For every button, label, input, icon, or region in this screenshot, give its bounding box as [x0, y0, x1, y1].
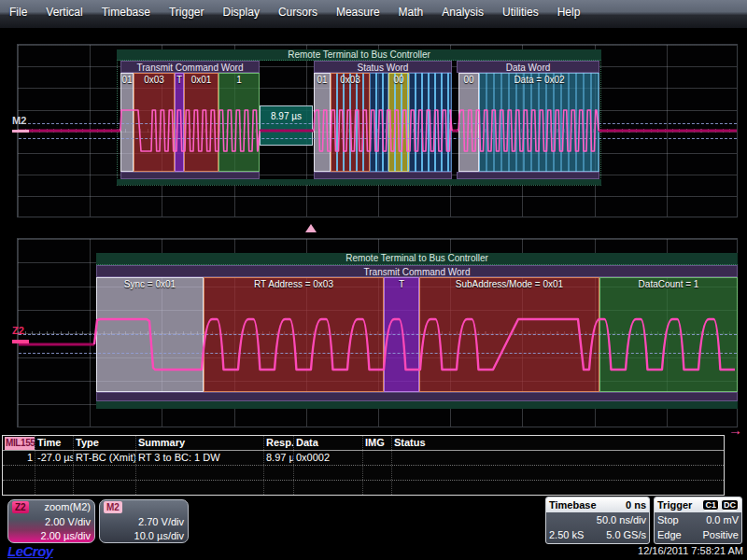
decode-subbanner-bottom: Transmit Command Word	[96, 265, 738, 277]
cell-status	[392, 451, 724, 465]
m2-vdiv: 2.70 V/div	[104, 515, 184, 529]
command-subaddress-segment: 0x01	[184, 73, 218, 172]
table-header-row: MIL1553 Time Type Summary Resp... Data I…	[3, 436, 724, 451]
z2-badge: Z2	[12, 501, 29, 513]
data-sync-segment: 00	[458, 73, 479, 172]
cell-time: -27.0 µs	[35, 451, 74, 465]
z2-channel-label: Z2	[12, 325, 24, 336]
menu-math[interactable]: Math	[399, 6, 434, 19]
status-flags-segment: 00	[388, 73, 409, 172]
command-sync-segment: 01	[120, 73, 134, 172]
decode-threshold-lower	[19, 353, 737, 354]
command-tr-segment: T	[175, 73, 184, 172]
col-time[interactable]: Time	[35, 436, 74, 450]
table-row-empty[interactable]	[3, 466, 724, 481]
command-word-band: Transmit Command Word	[120, 61, 260, 73]
timebase-offset: 0 ns	[626, 499, 646, 511]
command-word-footer	[120, 172, 260, 179]
decode-footer-band-bottom	[96, 392, 738, 401]
response-time-box: 8.97 µs	[260, 105, 313, 146]
decode-threshold-upper	[19, 334, 737, 335]
col-data[interactable]: Data	[294, 436, 363, 450]
cell-data: 0x0002	[294, 451, 363, 465]
z2-position-indicator[interactable]	[12, 340, 29, 343]
status-bits-segment-2	[409, 73, 452, 172]
datetime-display: 12/16/2011 7:58:21 AM	[638, 545, 743, 556]
cell-index: 1	[3, 451, 35, 465]
z2-descriptor-panel[interactable]: Z2 zoom(M2) 2.00 V/div 2.00 µs/div	[7, 499, 95, 543]
table-row-empty[interactable]	[3, 481, 724, 495]
trigger-mode: Stop	[657, 512, 679, 527]
m2-tdiv: 10.0 µs/div	[104, 529, 184, 543]
menu-cursors[interactable]: Cursors	[278, 6, 328, 19]
decode-banner-bottom: Remote Terminal to Bus Controller	[96, 253, 738, 265]
cell-summary: RT 3 to BC: 1 DW	[136, 451, 264, 465]
status-sync-segment: 01	[314, 73, 331, 172]
trigger-label: Trigger	[657, 499, 692, 511]
trigger-coupling-badge: DC	[721, 499, 739, 511]
trigger-source-badge: C1	[702, 499, 719, 511]
trigger-time-marker[interactable]	[305, 224, 317, 232]
m2-descriptor-panel[interactable]: M2 2.70 V/div 10.0 µs/div	[99, 499, 189, 543]
decode-threshold-lower	[19, 138, 737, 139]
protocol-badge[interactable]: MIL1553	[5, 437, 35, 450]
timebase-rate: 5.0 GS/s	[606, 527, 646, 542]
decode-strip-bottom	[96, 401, 738, 409]
cell-resp: 8.97 µs	[264, 451, 294, 465]
bottom-graticule: Remote Terminal to Bus Controller Transm…	[17, 238, 738, 427]
data-word-footer	[457, 172, 599, 179]
cell-type: RT-BC (Xmit)	[74, 451, 136, 465]
decode-banner-top: Remote Terminal to Bus Controller	[117, 49, 601, 61]
m2-channel-label: M2	[12, 115, 26, 126]
menu-vertical[interactable]: Vertical	[46, 6, 92, 19]
m2-badge: M2	[104, 501, 122, 513]
menu-bar: File Vertical Timebase Trigger Display C…	[0, 0, 747, 28]
pan-right-arrow-icon[interactable]: →	[728, 422, 742, 438]
timebase-samples: 2.50 kS	[549, 527, 584, 542]
col-type[interactable]: Type	[74, 436, 136, 450]
menu-timebase[interactable]: Timebase	[102, 6, 161, 19]
col-status[interactable]: Status	[392, 436, 724, 450]
timebase-tdiv: 50.0 ns/div	[597, 512, 646, 527]
trigger-level: 0.0 mV	[706, 512, 739, 527]
menu-analysis[interactable]: Analysis	[442, 6, 494, 19]
lecroy-logo[interactable]: LeCroy	[7, 543, 53, 559]
decode-strip-top	[117, 179, 601, 185]
cell-img	[363, 451, 392, 465]
z2-tdiv: 2.00 µs/div	[12, 529, 91, 543]
top-graticule: Remote Terminal to Bus Controller Transm…	[17, 44, 738, 217]
menu-file[interactable]: File	[9, 6, 37, 19]
status-rtaddress-segment: 0x03	[331, 73, 370, 172]
col-resp[interactable]: Resp...	[264, 436, 294, 450]
command-rtaddress-segment: 0x03	[134, 73, 175, 172]
decode-threshold-upper	[19, 123, 737, 124]
status-word-band: Status Word	[314, 61, 452, 73]
col-img[interactable]: IMG	[363, 436, 392, 450]
z2-source-label: zoom(M2)	[44, 501, 91, 512]
menu-help[interactable]: Help	[557, 6, 591, 19]
command-datacount-segment: 1	[218, 73, 260, 172]
menu-trigger[interactable]: Trigger	[169, 6, 215, 19]
status-word-footer	[314, 172, 452, 179]
decode-result-table: MIL1553 Time Type Summary Resp... Data I…	[2, 435, 725, 496]
m2-position-indicator[interactable]	[12, 130, 29, 133]
trigger-type: Edge	[657, 527, 682, 542]
menu-measure[interactable]: Measure	[336, 6, 390, 19]
status-bits-segment	[370, 73, 388, 172]
menu-utilities[interactable]: Utilities	[502, 6, 549, 19]
table-row[interactable]: 1 -27.0 µs RT-BC (Xmit) RT 3 to BC: 1 DW…	[3, 451, 724, 466]
trigger-slope: Positive	[702, 527, 739, 542]
z2-vdiv: 2.00 V/div	[12, 515, 91, 529]
menu-display[interactable]: Display	[223, 6, 270, 19]
oscilloscope-screen: File Vertical Timebase Trigger Display C…	[0, 0, 747, 560]
timebase-panel[interactable]: Timebase 0 ns 50.0 ns/div 2.50 kS 5.0 GS…	[545, 497, 650, 544]
data-value-segment: Data = 0x02	[479, 73, 599, 172]
timebase-label: Timebase	[549, 499, 597, 511]
col-summary[interactable]: Summary	[136, 436, 264, 450]
trigger-panel[interactable]: Trigger C1 DC Stop 0.0 mV Edge Positive	[654, 497, 742, 544]
data-word-band: Data Word	[457, 61, 599, 73]
